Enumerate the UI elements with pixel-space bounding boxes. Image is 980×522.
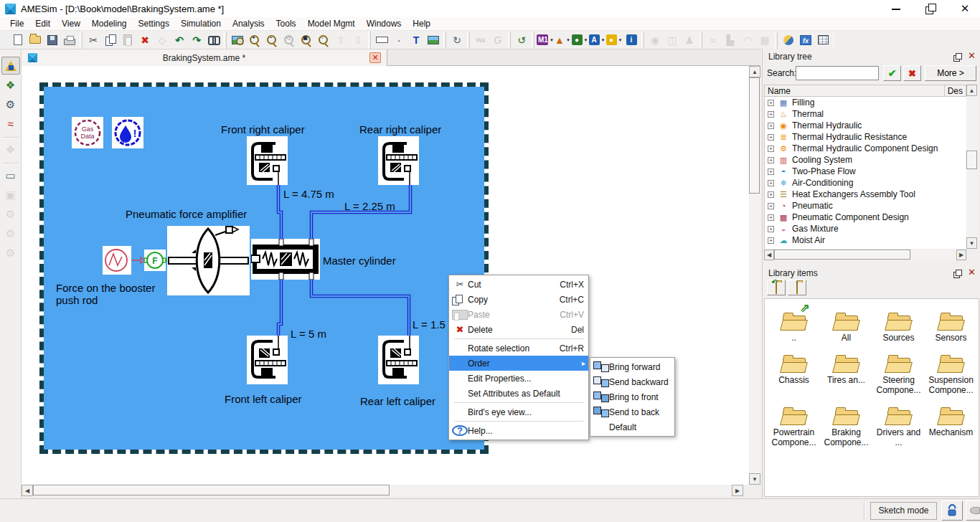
external-components-button[interactable]: ●▼ xyxy=(571,32,588,48)
library-folder-tires-an[interactable]: Tires an... xyxy=(820,347,872,395)
menu-item-paste[interactable]: PasteCtrl+V xyxy=(449,307,588,322)
premier-submodel-button[interactable]: M1▼ xyxy=(537,32,554,48)
parameter-mode-tool-button[interactable]: ⚙ xyxy=(1,95,20,113)
menu-item-set-attributes-as-default[interactable]: Set Attributes as Default xyxy=(449,386,588,401)
menu-file[interactable]: File xyxy=(4,17,29,30)
tree-expander-icon[interactable]: + xyxy=(768,157,774,163)
menu-item-edit-properties[interactable]: Edit Properties... xyxy=(449,371,588,386)
tree-item-thermal-hydraulic[interactable]: +◉Thermal Hydraulic xyxy=(765,120,966,131)
zoom-fit-button[interactable]: ▣ xyxy=(298,32,315,48)
zoom-region-button[interactable] xyxy=(229,32,246,48)
tree-item-two-phase-flow[interactable]: +◓Two-Phase Flow xyxy=(765,166,966,177)
find-button[interactable] xyxy=(205,32,222,48)
library-folder-chassis[interactable]: Chassis xyxy=(768,347,820,395)
tree-item-thermal-hydraulic-resistance[interactable]: +≣Thermal Hydraulic Resistance xyxy=(765,131,966,143)
library-folder-all[interactable]: All xyxy=(820,305,872,343)
insert-image-button[interactable] xyxy=(425,32,442,48)
print-button[interactable] xyxy=(61,32,78,48)
scroll-up-arrow[interactable]: ▲ xyxy=(749,66,760,77)
menu-item-rotate-selection[interactable]: Rotate selectionCtrl+R xyxy=(449,341,588,356)
rear-right-caliper-icon[interactable] xyxy=(378,136,419,185)
column-name[interactable]: Name xyxy=(765,85,944,96)
new-file-button[interactable] xyxy=(9,32,27,48)
menu-item-send-to-back[interactable]: Send to back xyxy=(590,404,674,419)
zoom-previous-button[interactable]: ◁ xyxy=(281,32,298,48)
minimize-button[interactable] xyxy=(891,4,901,14)
master-cylinder-icon[interactable] xyxy=(251,239,320,280)
menu-tools[interactable]: Tools xyxy=(270,17,302,30)
tree-scroll-left-arrow[interactable]: ◀ xyxy=(764,250,774,260)
tree-expander-icon[interactable]: + xyxy=(768,100,774,106)
tree-item-thermal[interactable]: +♨Thermal xyxy=(765,108,966,120)
close-panel-icon[interactable]: ✕ xyxy=(968,269,976,276)
save-file-button[interactable] xyxy=(44,32,61,48)
library-folder-parent[interactable]: ⇗.. xyxy=(768,305,820,343)
scroll-right-arrow[interactable]: ▶ xyxy=(732,485,743,496)
tree-item-pneumatic-component-design[interactable]: +▩Pneumatic Component Design xyxy=(765,212,966,223)
menu-item-default[interactable]: Default xyxy=(590,419,674,435)
tree-expander-icon[interactable]: + xyxy=(768,203,774,209)
external-components-dropdown-icon[interactable]: ▼ xyxy=(584,38,588,42)
redo-button[interactable]: ↷ xyxy=(188,32,205,48)
menu-simulation[interactable]: Simulation xyxy=(175,17,227,30)
python-console-button[interactable] xyxy=(780,32,797,48)
undo-button[interactable]: ↶ xyxy=(171,32,188,48)
tree-expander-icon[interactable]: + xyxy=(768,111,774,118)
zoom-out-button[interactable]: − xyxy=(263,32,281,48)
search-apply-icon[interactable]: ✔ xyxy=(883,65,901,81)
tree-scroll-right-arrow[interactable]: ▶ xyxy=(956,250,966,260)
tree-item-pneumatic[interactable]: +◔Pneumatic xyxy=(765,200,966,212)
gas-data-icon[interactable]: Gas Data xyxy=(72,117,103,148)
moist-air-drop-icon[interactable]: ! xyxy=(112,117,143,148)
menu-view[interactable]: View xyxy=(56,17,86,30)
library-up-button[interactable]: ↑ xyxy=(788,280,806,295)
zoom-in-button[interactable]: + xyxy=(246,32,263,48)
library-folder-suspension-compone[interactable]: Suspension Compone... xyxy=(925,347,977,395)
sketch-mode-tool-button[interactable] xyxy=(1,57,20,75)
horizontal-scroll-thumb[interactable] xyxy=(33,485,390,495)
lock-view-button[interactable]: ◉ xyxy=(646,32,664,48)
tree-vertical-scrollbar[interactable]: ▲ ▼ xyxy=(966,85,978,249)
front-right-caliper-icon[interactable] xyxy=(247,136,288,185)
apps-mode-button[interactable]: A▼ xyxy=(588,32,606,48)
zoom-100-button[interactable]: ▫ xyxy=(315,32,332,48)
library-folder-steering-compone[interactable]: Steering Compone... xyxy=(872,347,925,395)
menu-modeling[interactable]: Modeling xyxy=(86,17,133,30)
cone-view-dropdown-icon[interactable]: ▼ xyxy=(566,38,570,42)
tree-item-cooling-system[interactable]: +▥Cooling System xyxy=(765,154,966,166)
region-select-button[interactable]: ◇ xyxy=(154,32,171,48)
move-down-button[interactable]: ⇩ xyxy=(349,32,367,48)
tree-column-header[interactable]: Name Des xyxy=(764,85,966,97)
signal-source-icon[interactable] xyxy=(103,246,131,275)
library-folder-braking-compone[interactable]: Braking Compone... xyxy=(820,399,872,447)
search-input[interactable] xyxy=(796,66,879,80)
menu-item-copy[interactable]: CopyCtrl+C xyxy=(449,292,588,307)
menu-item-help[interactable]: ?Help... xyxy=(449,423,588,438)
copy-button[interactable] xyxy=(102,32,119,48)
tree-expander-icon[interactable]: + xyxy=(768,226,774,232)
paste-button[interactable] xyxy=(119,32,136,48)
announcer-icon[interactable] xyxy=(966,500,980,521)
tree-item-gas-mixture[interactable]: +◒Gas Mixture xyxy=(765,223,966,234)
tree-hscroll-thumb[interactable] xyxy=(774,250,910,260)
tree-expander-icon[interactable]: + xyxy=(768,146,774,152)
pneumatic-booster-icon[interactable] xyxy=(167,226,250,295)
update-sketch-button[interactable]: ↺ xyxy=(513,32,530,48)
library-back-button[interactable]: ↶ xyxy=(767,280,786,295)
tree-scroll-down-arrow[interactable]: ▼ xyxy=(966,237,977,249)
lock-button[interactable] xyxy=(941,500,963,521)
menu-windows[interactable]: Windows xyxy=(361,17,407,30)
close-panel-icon[interactable]: ✕ xyxy=(968,52,976,60)
more-button[interactable]: More > xyxy=(925,65,976,81)
search-clear-icon[interactable]: ✖ xyxy=(903,65,921,81)
menu-edit[interactable]: Edit xyxy=(29,17,56,30)
front-left-caliper-icon[interactable] xyxy=(247,336,288,384)
cone-view-button[interactable]: ▲▼ xyxy=(554,32,571,48)
plot-linear-button[interactable]: ≈ xyxy=(705,32,722,48)
tree-item-filling[interactable]: +▦Filling xyxy=(765,97,966,108)
watch-variables-button[interactable]: Wa xyxy=(472,32,489,48)
plot-bars-button[interactable]: ▙ xyxy=(722,32,739,48)
float-panel-icon[interactable] xyxy=(956,270,962,276)
tree-item-heat-exchangers-assembly-tool[interactable]: +☰Heat Exchangers Assembly Tool xyxy=(765,189,966,200)
tree-item-moist-air[interactable]: +☁Moist Air xyxy=(765,234,966,246)
